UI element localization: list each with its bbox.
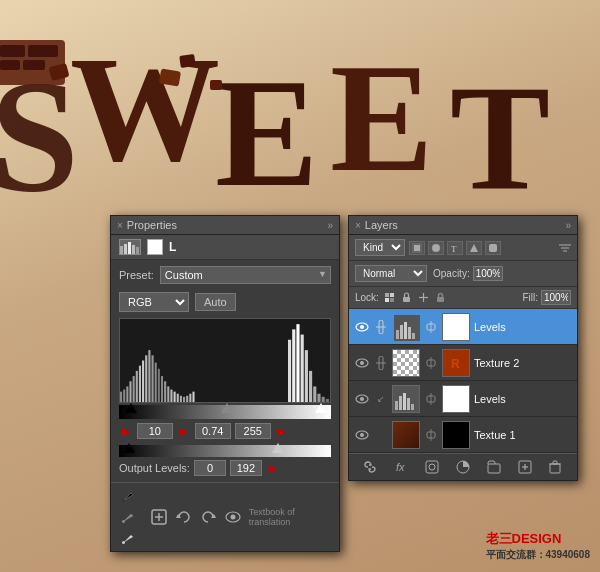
layer-visibility-toggle[interactable] <box>354 391 370 407</box>
kind-select[interactable]: Kind <box>355 239 405 256</box>
shape-filter-icon[interactable] <box>466 241 482 255</box>
input-levels-row: ► 10 ► 0.74 255 ► <box>119 423 331 439</box>
new-adjustment-layer-icon[interactable] <box>454 458 472 476</box>
svg-rect-39 <box>183 397 185 402</box>
histogram-area <box>119 318 331 403</box>
visibility-icon[interactable] <box>224 508 240 526</box>
community-info: 平面交流群：43940608 <box>486 548 591 562</box>
white-point-input[interactable]: 255 <box>235 423 271 439</box>
lock-pixels-icon[interactable] <box>400 291 414 305</box>
new-layer-icon[interactable] <box>516 458 534 476</box>
layer-filter-icons: T <box>409 241 501 255</box>
table-row[interactable]: ↙ Levels <box>349 381 577 417</box>
output-black-handle[interactable] <box>123 443 135 453</box>
right-red-arrow: ► <box>275 423 289 439</box>
black-point-input[interactable]: 10 <box>137 423 173 439</box>
opacity-row: Opacity: 100% <box>433 266 503 281</box>
properties-expand-button[interactable]: » <box>327 220 333 231</box>
svg-rect-73 <box>390 298 394 302</box>
layers-close-button[interactable]: × <box>355 220 361 231</box>
new-group-icon[interactable] <box>485 458 503 476</box>
output-high-input[interactable]: 192 <box>230 460 262 476</box>
svg-point-111 <box>360 433 364 437</box>
svg-rect-105 <box>403 393 406 410</box>
bottom-toolbar-icons: Textbook of translation <box>151 507 331 527</box>
filter-toggle[interactable] <box>559 242 571 254</box>
chocolate-letters-svg: S W E E T <box>0 10 590 220</box>
gray-point-eyedropper[interactable] <box>119 508 137 526</box>
layer-effects-icon[interactable]: fx <box>392 458 410 476</box>
svg-rect-36 <box>174 392 176 402</box>
preset-select[interactable]: Custom <box>160 266 331 284</box>
black-point-handle[interactable] <box>125 403 137 413</box>
layer-attach-icon: ↙ <box>374 394 388 404</box>
white-point-handle[interactable] <box>315 403 327 413</box>
layer-list: Levels R Texture 2 ↙ <box>349 309 577 453</box>
svg-rect-26 <box>142 361 144 403</box>
svg-text:fx: fx <box>396 461 405 473</box>
undo-icon[interactable] <box>200 508 216 526</box>
output-white-handle[interactable] <box>272 443 284 453</box>
pixel-filter-icon[interactable] <box>409 241 425 255</box>
type-filter-icon[interactable]: T <box>447 241 463 255</box>
mid-point-input[interactable]: 0.74 <box>195 423 231 439</box>
svg-rect-115 <box>426 461 438 473</box>
blend-mode-select[interactable]: Normal <box>355 265 427 282</box>
lock-label: Lock: <box>355 292 379 303</box>
lock-all-icon[interactable] <box>434 291 448 305</box>
levels-mini-icon <box>119 239 141 255</box>
output-gradient-track[interactable] <box>119 445 331 457</box>
white-point-eyedropper[interactable] <box>119 529 137 547</box>
chocolate-text-area: S W E E T <box>0 10 590 220</box>
layer-visibility-toggle[interactable] <box>354 355 370 371</box>
layer-visibility-toggle[interactable] <box>354 427 370 443</box>
smart-filter-icon[interactable] <box>485 241 501 255</box>
properties-panel: × Properties » L Preset: Custom <box>110 215 340 552</box>
input-slider-track[interactable] <box>119 405 331 419</box>
textbook-watermark: Textbook of translation <box>249 507 331 527</box>
svg-rect-33 <box>164 381 166 402</box>
properties-close-button[interactable]: × <box>117 220 123 231</box>
mid-point-handle[interactable] <box>221 403 233 413</box>
opacity-input[interactable]: 100% <box>473 266 503 281</box>
channel-select[interactable]: RGB <box>119 292 189 312</box>
svg-rect-45 <box>296 324 299 402</box>
layers-expand-button[interactable]: » <box>565 220 571 231</box>
table-row[interactable]: R Texture 2 <box>349 345 577 381</box>
lock-position-icon[interactable] <box>417 291 431 305</box>
delete-layer-icon[interactable] <box>546 458 564 476</box>
black-point-eyedropper[interactable] <box>119 487 137 505</box>
svg-rect-9 <box>23 60 45 70</box>
table-row[interactable]: Textue 1 <box>349 417 577 453</box>
link-layers-icon[interactable] <box>361 458 379 476</box>
fill-label: Fill: <box>522 292 538 303</box>
add-mask-icon[interactable] <box>423 458 441 476</box>
layer-chain-icon <box>374 356 388 370</box>
layer-visibility-toggle[interactable] <box>354 319 370 335</box>
output-low-input[interactable]: 0 <box>194 460 226 476</box>
svg-rect-46 <box>301 335 304 402</box>
svg-rect-17 <box>132 245 135 254</box>
adjustment-filter-icon[interactable] <box>428 241 444 255</box>
layer-label: L <box>169 240 176 254</box>
fill-input[interactable]: 100% <box>541 290 571 305</box>
refresh-icon[interactable] <box>175 508 191 526</box>
svg-rect-118 <box>488 464 500 473</box>
add-to-canvas-icon[interactable] <box>151 508 167 526</box>
svg-rect-47 <box>305 350 308 402</box>
svg-point-93 <box>360 361 364 365</box>
histogram-svg <box>120 319 330 402</box>
svg-rect-124 <box>553 461 557 464</box>
channel-row: RGB Auto <box>119 292 331 312</box>
lock-transparent-icon[interactable] <box>383 291 397 305</box>
table-row[interactable]: Levels <box>349 309 577 345</box>
svg-rect-29 <box>152 355 154 402</box>
layer-adjustment-thumb <box>392 385 420 413</box>
svg-rect-37 <box>177 394 179 402</box>
layers-kind-row: Kind T <box>349 235 577 261</box>
svg-rect-72 <box>385 293 389 297</box>
svg-rect-50 <box>317 394 320 402</box>
auto-button[interactable]: Auto <box>195 293 236 311</box>
svg-rect-28 <box>148 350 150 402</box>
svg-rect-79 <box>437 297 444 302</box>
